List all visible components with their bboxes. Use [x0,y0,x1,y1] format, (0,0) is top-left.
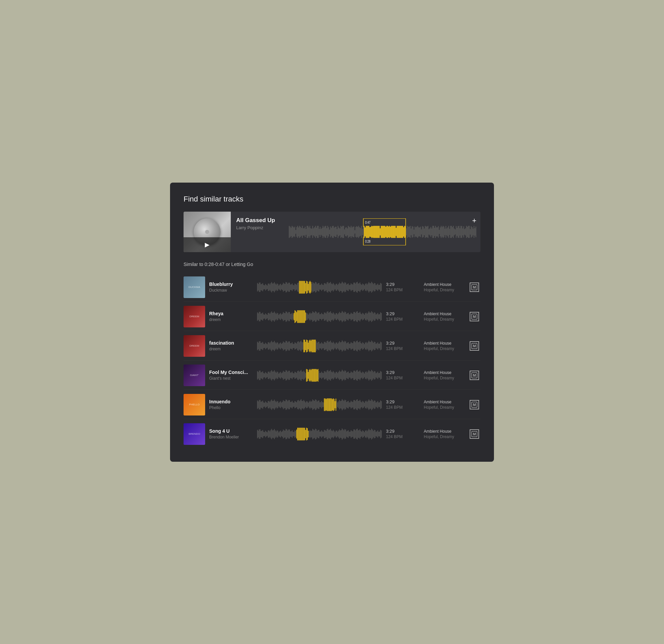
svg-rect-948 [289,429,289,439]
svg-rect-434 [336,313,337,320]
svg-rect-624 [379,343,380,348]
svg-rect-1033 [364,432,365,436]
svg-rect-281 [327,282,327,292]
svg-rect-776 [262,401,262,408]
add-to-mix-icon[interactable]: M [470,400,479,409]
svg-rect-886 [360,400,360,409]
svg-rect-69 [353,226,353,237]
svg-rect-618 [374,342,374,350]
track-waveform[interactable] [257,396,382,414]
svg-rect-115 [396,227,396,236]
svg-rect-179 [456,226,457,238]
svg-rect-408 [313,312,314,321]
track-waveform[interactable] [257,279,382,296]
svg-rect-312 [354,282,355,291]
svg-rect-669 [293,373,293,378]
svg-rect-470 [369,311,369,322]
svg-rect-833 [312,399,313,410]
svg-rect-254 [303,281,303,294]
svg-rect-951 [291,431,291,437]
svg-rect-707 [327,370,327,380]
svg-rect-203 [257,283,258,291]
svg-rect-239 [289,282,290,292]
svg-rect-291 [336,283,336,290]
svg-rect-629 [257,371,258,380]
source-waveform-area[interactable]: 0:470:28 [285,212,480,252]
svg-rect-802 [285,401,286,408]
svg-rect-84 [367,226,368,238]
svg-rect-1038 [369,429,369,440]
svg-rect-1026 [358,430,359,438]
track-mood: Hopeful, Dreamy [424,317,464,322]
svg-rect-1001 [336,430,336,437]
track-waveform[interactable] [257,308,382,325]
svg-rect-738 [354,370,355,380]
svg-rect-216 [269,283,269,291]
svg-rect-508 [276,343,277,348]
svg-rect-190 [466,226,466,238]
svg-rect-1016 [349,432,350,436]
svg-rect-55 [339,228,340,235]
svg-rect-950 [290,431,291,437]
add-to-mix-icon[interactable]: M [470,282,479,292]
svg-rect-97 [379,226,379,238]
svg-rect-987 [323,431,324,436]
add-button[interactable]: + [472,217,476,224]
svg-rect-176 [453,226,454,238]
svg-rect-111 [392,226,393,238]
svg-rect-684 [306,369,307,382]
svg-rect-6 [293,227,294,236]
svg-rect-872 [347,401,348,408]
svg-rect-300 [344,283,344,290]
source-play-button[interactable]: ▶ [203,240,212,249]
svg-rect-1008 [342,428,343,440]
svg-rect-389 [296,312,297,321]
svg-rect-248 [297,283,298,291]
add-to-mix-icon[interactable]: M [470,312,479,321]
svg-rect-212 [265,283,266,290]
track-waveform[interactable] [257,337,382,355]
svg-rect-1000 [335,432,335,436]
svg-rect-679 [302,371,302,379]
svg-rect-448 [349,314,350,319]
svg-rect-691 [312,369,313,382]
svg-rect-1031 [362,430,363,438]
svg-rect-683 [305,373,306,378]
svg-rect-650 [276,372,277,378]
svg-rect-543 [307,340,308,352]
svg-rect-527 [293,344,293,348]
svg-rect-606 [364,343,364,349]
add-to-mix-icon[interactable]: M [470,429,479,439]
svg-rect-137 [416,226,417,237]
svg-rect-621 [376,343,377,349]
track-waveform[interactable] [257,366,382,384]
add-to-mix-icon[interactable]: M [470,370,479,380]
svg-rect-570 [331,342,332,349]
svg-rect-294 [338,283,339,290]
svg-rect-349 [261,314,262,320]
add-to-mix-icon[interactable]: M [470,341,479,351]
track-duration: 3:29 [386,311,420,316]
svg-rect-260 [308,283,309,290]
track-name: Blueblurry [209,282,253,287]
svg-rect-478 [376,314,376,319]
svg-rect-596 [354,341,355,350]
svg-rect-72 [355,227,356,237]
svg-rect-421 [325,312,326,320]
svg-rect-665 [289,370,290,380]
svg-rect-456 [356,311,357,322]
svg-rect-181 [457,226,458,238]
svg-rect-409 [314,313,315,320]
svg-rect-985 [321,430,322,438]
svg-rect-460 [360,311,360,321]
svg-rect-517 [284,342,285,350]
svg-rect-973 [311,431,311,437]
track-action: M [468,341,480,351]
track-waveform[interactable] [257,425,382,443]
svg-rect-479 [376,314,377,319]
svg-rect-270 [317,284,317,290]
svg-rect-168 [445,226,446,238]
svg-rect-805 [288,401,288,408]
svg-rect-44 [329,229,330,234]
svg-rect-599 [357,340,358,351]
